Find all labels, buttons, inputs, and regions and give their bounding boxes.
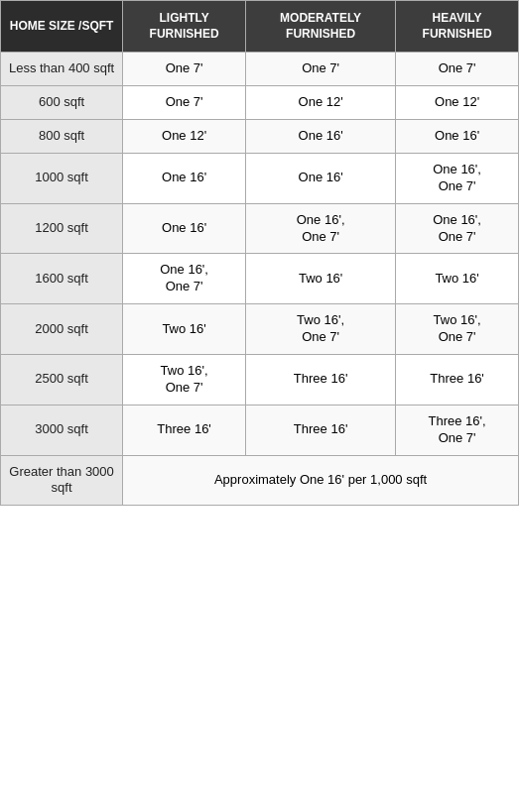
furnishing-guide-table: HOME SIZE /SQFT LIGHTLY FURNISHED MODERA…	[0, 0, 519, 506]
cell-size: 1600 sqft	[1, 254, 123, 304]
table-row: 2500 sqftTwo 16',One 7'Three 16'Three 16…	[1, 354, 519, 405]
cell-size: 2500 sqft	[1, 354, 123, 405]
cell-size: 3000 sqft	[1, 405, 123, 455]
cell-size: 1200 sqft	[1, 203, 123, 254]
cell-moderate: Two 16',One 7'	[246, 304, 396, 355]
table-row: 1600 sqftOne 16',One 7'Two 16'Two 16'	[1, 254, 519, 304]
cell-light: Two 16',One 7'	[123, 354, 246, 405]
cell-light: One 16'	[123, 153, 246, 203]
cell-moderate: One 16'	[246, 153, 396, 203]
table-row: 2000 sqftTwo 16'Two 16',One 7'Two 16',On…	[1, 304, 519, 355]
table-row: 3000 sqftThree 16'Three 16'Three 16',One…	[1, 405, 519, 455]
cell-heavy: Three 16',One 7'	[396, 405, 519, 455]
cell-light: One 16'	[123, 203, 246, 254]
cell-light: Two 16'	[123, 304, 246, 355]
table-row: 1200 sqftOne 16'One 16',One 7'One 16',On…	[1, 203, 519, 254]
cell-heavy: Two 16',One 7'	[396, 304, 519, 355]
cell-moderate: One 16',One 7'	[246, 203, 396, 254]
cell-light: One 7'	[123, 53, 246, 86]
cell-size: 2000 sqft	[1, 304, 123, 355]
cell-heavy: Two 16'	[396, 254, 519, 304]
cell-moderate: One 16'	[246, 119, 396, 153]
cell-moderate: Two 16'	[246, 254, 396, 304]
header-heavy: HEAVILY FURNISHED	[396, 1, 519, 53]
cell-light: One 16',One 7'	[123, 254, 246, 304]
cell-heavy: One 12'	[396, 86, 519, 120]
cell-heavy: Three 16'	[396, 354, 519, 405]
header-light: LIGHTLY FURNISHED	[123, 1, 246, 53]
cell-heavy: One 16',One 7'	[396, 203, 519, 254]
cell-light: One 12'	[123, 119, 246, 153]
table-row: 800 sqftOne 12'One 16'One 16'	[1, 119, 519, 153]
cell-moderate: Three 16'	[246, 354, 396, 405]
table-row: Less than 400 sqftOne 7'One 7'One 7'	[1, 53, 519, 86]
header-moderate: MODERATELY FURNISHED	[246, 1, 396, 53]
cell-size: Less than 400 sqft	[1, 53, 123, 86]
cell-light: One 7'	[123, 86, 246, 120]
cell-size: 600 sqft	[1, 86, 123, 120]
table-row: Greater than 3000 sqftApproximately One …	[1, 455, 519, 506]
cell-size: Greater than 3000 sqft	[1, 455, 123, 506]
header-size: HOME SIZE /SQFT	[1, 1, 123, 53]
cell-heavy: One 16'	[396, 119, 519, 153]
cell-size: 800 sqft	[1, 119, 123, 153]
cell-moderate: One 7'	[246, 53, 396, 86]
cell-heavy: One 7'	[396, 53, 519, 86]
cell-moderate: One 12'	[246, 86, 396, 120]
table-row: 1000 sqftOne 16'One 16'One 16',One 7'	[1, 153, 519, 203]
cell-heavy: One 16',One 7'	[396, 153, 519, 203]
table-row: 600 sqftOne 7'One 12'One 12'	[1, 86, 519, 120]
cell-size: 1000 sqft	[1, 153, 123, 203]
cell-span: Approximately One 16' per 1,000 sqft	[123, 455, 519, 506]
cell-moderate: Three 16'	[246, 405, 396, 455]
cell-light: Three 16'	[123, 405, 246, 455]
